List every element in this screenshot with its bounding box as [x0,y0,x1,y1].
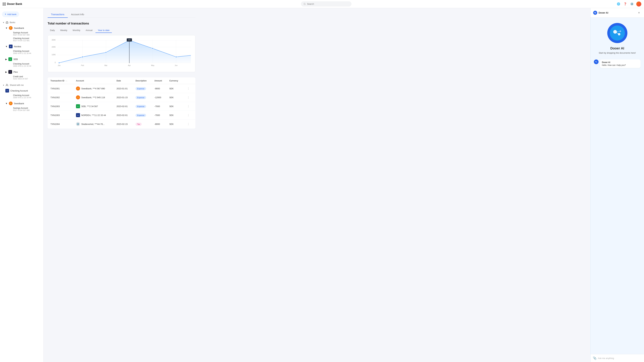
expense-badge: Expense [136,87,146,90]
shared-checking-acct-name: Checking Account [13,94,40,96]
topbar: Dooer Bank 🌐 ❓ ⚙️ [0,0,644,8]
svg-text:200: 200 [128,39,131,41]
user-avatar[interactable] [636,1,641,6]
pleo-name: Pleo [14,71,18,73]
period-annual[interactable]: Annual [83,28,95,32]
checking-account-seb[interactable]: Checking Account 3300 478-11 22 33 44 [4,62,41,68]
shared-savings-account[interactable]: Savings Account 8327-9 934 567 890 [4,106,41,112]
nordea-checking-name: Checking Account [13,50,40,52]
shared-swedbank-row[interactable]: ▼ 😊 Swedbank [4,100,41,106]
app-logo: Dooer Bank [3,2,36,5]
txn-id-cell: TXN1004 [48,120,73,129]
account-name: Swedbank, ***4 567 890 [81,87,105,90]
description-cell: Tax [133,120,152,129]
ai-messages: Dooer AI Hello. How can i help you? [594,59,641,68]
shared-swedbank-item: ▼ 😊 Swedbank Savings Account 8327-9 934 … [0,100,44,113]
svg-point-18 [58,62,60,63]
seb-name: SEB [14,58,18,60]
tax-badge: Tax [136,123,142,126]
grid-icon [3,2,6,5]
ai-close-button[interactable]: × [636,10,641,15]
shared-swedbank-logo: 😊 [9,102,12,105]
nordea-checking-number: 3300 478-11 22 33 44 [13,52,40,54]
amount-cell: -12000 [152,93,167,102]
nordea-row[interactable]: ▼ N Nordea [4,43,41,49]
sort-icon: ↑↓ [66,80,67,82]
txn-id-cell: TXN1001 [48,84,73,93]
date-cell: 2023-02-15 [114,120,133,129]
seb-row[interactable]: ▶ S SEB [4,56,41,62]
banks-label: Banks [10,21,15,24]
period-daily[interactable]: Daily [48,28,57,32]
add-bank-button[interactable]: + Add bank [2,11,19,17]
tab-account-info[interactable]: Account Info [68,11,88,18]
seb-chevron-icon: ▶ [5,58,7,60]
shared-checking-row[interactable]: N Checking Account [4,88,41,93]
amount-cell: -7000 [152,102,167,111]
checking-account-swedbank[interactable]: Checking Account 8327-9 934 112 681 [4,36,41,42]
help-icon[interactable]: ❓ [623,2,628,6]
shared-chevron-icon: ▼ [3,84,4,86]
seb-checking-name: Checking Account [13,63,40,65]
credit-card-pleo[interactable]: Credit card 5191 5916 34 567 [4,75,41,80]
period-weekly[interactable]: Weekly [58,28,70,32]
main-content: Transactions Account Info Total number o… [44,8,200,362]
ai-message-text: Hello. How can i help you? [602,64,639,66]
account-logo: ⚙️ [76,122,80,126]
swedbank-chevron-icon: ▼ [5,27,8,29]
ai-chat-input[interactable] [598,357,642,360]
shared-checking-item: N Checking Account Checking Account 3300… [0,87,44,100]
ai-brand-icon [594,11,596,14]
globe-icon[interactable]: 🌐 [616,2,621,6]
checking-account-nordea[interactable]: Checking Account 3300 478-11 22 33 44 [4,49,41,55]
shared-checking-account[interactable]: Checking Account 3300 478-11 22 33 44 [4,93,41,99]
col-date: Date [114,78,133,84]
row-menu-button[interactable]: ⋮ [186,104,191,108]
row-menu-button[interactable]: ⋮ [186,95,191,99]
banks-section-header[interactable]: ▼ Banks [0,20,44,24]
bank-item-seb: ▶ S SEB Checking Account 3300 478-11 22 … [0,56,44,68]
ai-name-heading: Dooer AI [610,46,624,50]
shared-icon [6,84,8,86]
attach-icon[interactable]: 📎 [593,356,596,360]
search-input[interactable] [307,3,349,5]
col-amount: Amount [152,78,167,84]
account-name: Skatteverket, ***44-78... [81,123,105,125]
row-menu-button[interactable]: ⋮ [186,122,191,126]
txn-id-cell: TXN1003 [48,111,73,120]
pleo-row[interactable]: ▶ Pk Pleo [4,69,41,75]
ai-message-content: Dooer AI Hello. How can i help you? [600,59,641,68]
ai-body: Dooer AI Start by dropping the documents… [590,17,644,354]
tab-transactions[interactable]: Transactions [48,11,68,18]
account-logo: 😊 [76,86,80,90]
account-cell: 😊 Swedbank, ***4 567 890 [73,84,114,93]
shared-savings-name: Savings Account [13,107,40,109]
settings-icon[interactable]: ⚙️ [630,2,634,6]
shared-section-header[interactable]: ▼ Shared with me [0,82,44,87]
period-year-to-date[interactable]: Year to date [96,28,112,32]
account-cell: 😊 Swedbank, ***2 945 118 [73,93,114,102]
topbar-actions: 🌐 ❓ ⚙️ [616,1,641,6]
amount-cell: -9000 [152,84,167,93]
svg-point-23 [176,56,177,58]
seb-logo: S [8,57,12,61]
svg-point-43 [595,61,596,62]
period-monthly[interactable]: Monthly [70,28,83,32]
expense-badge: Expense [136,105,146,108]
shared-swedbank-name: Swedbank [14,102,24,105]
svg-text:200K: 200K [52,46,56,48]
swedbank-row[interactable]: ▼ 😊 Swedbank [4,25,41,31]
search-box[interactable] [301,1,351,6]
col-txn-id[interactable]: Transaction ID ↑↓ [48,78,73,84]
currency-cell: SEK [166,93,183,102]
shared-label: Shared with me [10,84,24,86]
ai-title-row: Dooer AI [593,11,608,15]
savings-account-swedbank[interactable]: Savings Account 8327-9 934 567 890 [4,31,41,36]
search-area [38,1,614,6]
ai-message-item: Dooer AI Hello. How can i help you? [594,59,641,68]
ai-panel: Dooer AI × Dooer AI Start by dropping th… [590,8,644,362]
svg-point-39 [618,33,620,35]
transactions-table: Transaction ID ↑↓ Account Date Descripti… [48,77,196,129]
row-menu-button[interactable]: ⋮ [186,113,191,117]
row-menu-button[interactable]: ⋮ [186,86,191,91]
